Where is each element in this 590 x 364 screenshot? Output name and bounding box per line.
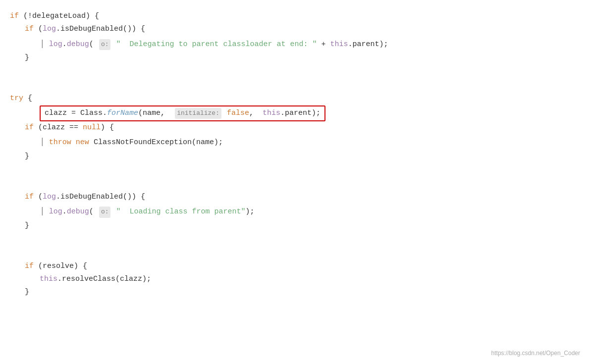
code-line-highlighted: clazz = Class . forName ( name , initial…: [10, 105, 575, 121]
var-log: log: [43, 23, 56, 36]
method-resolveClass: resolveClass: [62, 273, 115, 286]
code-line-3: | log . debug ( o: " Delegating to paren…: [10, 36, 575, 52]
empty-line-2: [10, 78, 575, 92]
method-isDebugEnabled-2: isDebugEnabled: [60, 191, 123, 204]
keyword-if-4: if: [25, 191, 34, 204]
var-log-4: log: [49, 206, 62, 218]
code-line-if-resolve: if ( resolve ) {: [10, 260, 575, 273]
keyword-if: if: [10, 10, 19, 23]
keyword-if-5: if: [25, 260, 34, 273]
code-line-throw: | throw new ClassNotFoundException ( nam…: [10, 134, 575, 150]
var-log-2: log: [49, 38, 62, 51]
method-debug-1: debug: [67, 38, 89, 51]
watermark: https://blog.csdn.net/Open_Coder: [491, 349, 580, 358]
this-parent-2: this: [263, 107, 280, 120]
var-clazz: clazz: [45, 107, 67, 120]
code-line-if-log2: if ( log . isDebugEnabled ()) {: [10, 191, 575, 204]
string-loading: " Loading class from parent": [111, 206, 245, 218]
param-hint-initialize: initialize:: [175, 108, 221, 119]
param-hint-o2: o:: [99, 207, 111, 218]
this-3: this: [40, 273, 57, 286]
class-ClassNotFoundException: ClassNotFoundException: [94, 136, 192, 149]
indent-bar-2: |: [40, 134, 45, 150]
method-isDebugEnabled: isDebugEnabled: [60, 23, 123, 36]
value-false: false: [227, 107, 249, 120]
param-hint-o1: o:: [99, 39, 111, 51]
param-name: name: [143, 107, 161, 120]
method-debug-2: debug: [67, 206, 89, 218]
var-resolve: resolve: [43, 260, 74, 273]
var-clazz-2: clazz: [43, 121, 65, 134]
empty-line-6: [10, 246, 575, 260]
var-delegateLoad: delegateLoad: [32, 10, 86, 23]
this-parent-1: this: [330, 38, 348, 51]
empty-line-4: [10, 177, 575, 191]
class-Class: Class: [80, 107, 103, 120]
code-line-4: }: [10, 52, 575, 64]
keyword-try: try: [10, 92, 23, 105]
keyword-new: new: [76, 136, 89, 149]
code-line-1: if (! delegateLoad ) {: [10, 10, 575, 23]
keyword-throw: throw: [49, 136, 71, 149]
value-null: null: [83, 121, 101, 134]
code-line-resolveClass: this . resolveClass ( clazz );: [10, 273, 575, 286]
code-line-try: try {: [10, 92, 575, 105]
code-line-2: if ( log . isDebugEnabled ()) {: [10, 23, 575, 36]
empty-line-1: [10, 64, 575, 78]
indent-bar-1: |: [40, 36, 45, 52]
empty-line-5: [10, 232, 575, 246]
code-line-if-clazz: if ( clazz == null ) {: [10, 121, 575, 134]
param-name-2: name: [196, 136, 214, 149]
code-container: if (! delegateLoad ) { if ( log . isDebu…: [0, 0, 590, 364]
var-log-3: log: [43, 191, 56, 204]
indent-bar-3: |: [40, 204, 45, 219]
keyword-if-2: if: [25, 23, 34, 36]
code-line-5: }: [10, 150, 575, 163]
code-line-7: }: [10, 286, 575, 299]
method-forName: forName: [107, 107, 138, 120]
highlighted-block: clazz = Class . forName ( name , initial…: [40, 105, 325, 121]
var-clazz-3: clazz: [120, 273, 142, 286]
empty-line-3: [10, 163, 575, 177]
code-line-log-debug-2: | log . debug ( o: " Loading class from …: [10, 204, 575, 219]
code-line-6: }: [10, 219, 575, 232]
keyword-if-3: if: [25, 121, 34, 134]
string-delegating: " Delegating to parent classloader at en…: [111, 38, 317, 51]
